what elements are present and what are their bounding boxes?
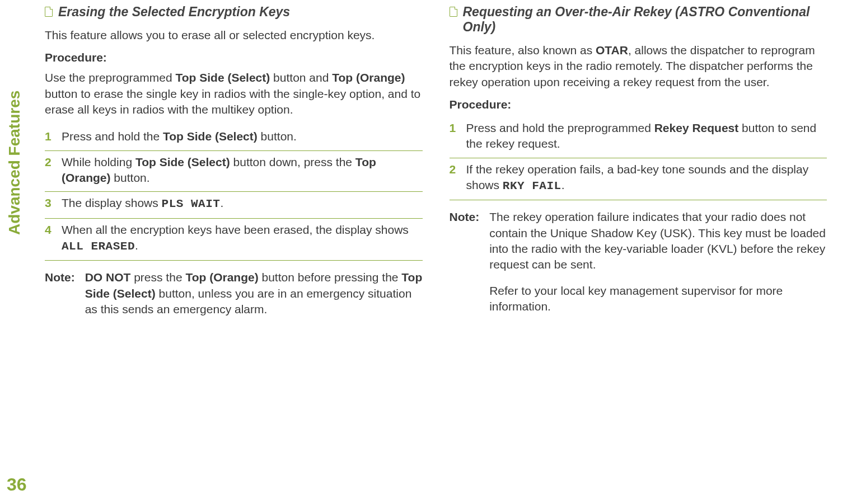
text: Press and hold the preprogrammed (466, 121, 654, 134)
right-column: Requesting an Over-the-Air Rekey (ASTRO … (450, 4, 827, 317)
text: This feature, also known as (450, 44, 596, 56)
text: button. (111, 171, 150, 184)
text: . (561, 178, 565, 191)
note-label: Note: (450, 209, 480, 225)
right-section-title: Requesting an Over-the-Air Rekey (ASTRO … (450, 4, 827, 35)
step-text: Press and hold the Top Side (Select) but… (62, 129, 423, 144)
text: button. (258, 130, 297, 143)
display-code: RKY FAIL (503, 180, 561, 192)
step-text: Press and hold the preprogrammed Rekey R… (466, 120, 827, 152)
bold-text: OTAR (596, 44, 628, 56)
text: button down, press the (230, 156, 355, 168)
bold-text: Rekey Request (654, 121, 739, 134)
page-number: 36 (7, 474, 27, 495)
left-intro: This feature allows you to erase all or … (45, 27, 423, 43)
step-text: While holding Top Side (Select) button d… (62, 154, 423, 186)
left-title-text: Erasing the Selected Encryption Keys (58, 4, 290, 20)
bold-text: Top Side (Select) (175, 71, 270, 84)
text: button to erase the single key in radios… (45, 87, 420, 116)
left-procedure-text: Use the preprogrammed Top Side (Select) … (45, 70, 423, 117)
left-steps: 1 Press and hold the Top Side (Select) b… (45, 125, 423, 261)
right-title-text: Requesting an Over-the-Air Rekey (ASTRO … (463, 4, 827, 35)
display-code: ALL ERASED (62, 240, 135, 253)
bold-text: Top Side (Select) (135, 156, 230, 168)
two-column-layout: Erasing the Selected Encryption Keys Thi… (0, 0, 847, 328)
note-body: The rekey operation failure indicates th… (489, 209, 827, 314)
text: Use the preprogrammed (45, 71, 175, 84)
bold-text: Top (Orange) (185, 271, 258, 284)
text: button before pressing the (259, 271, 402, 284)
right-procedure-label: Procedure: (450, 98, 827, 111)
text: button and (270, 71, 332, 84)
note-body: DO NOT press the Top (Orange) button bef… (85, 270, 423, 317)
list-item: 4 When all the encryption keys have been… (45, 219, 423, 261)
step-text: If the rekey operation fails, a bad-key … (466, 162, 827, 195)
step-number: 2 (450, 162, 458, 177)
document-icon (45, 7, 53, 17)
right-note: Note: The rekey operation failure indica… (450, 209, 827, 314)
note-label: Note: (45, 270, 75, 285)
document-icon (450, 7, 457, 17)
left-section-title: Erasing the Selected Encryption Keys (45, 4, 423, 20)
step-number: 4 (45, 222, 54, 238)
list-item: 1 Press and hold the preprogrammed Rekey… (450, 117, 827, 158)
step-number: 1 (450, 120, 458, 136)
side-tab-label: Advanced Features (6, 91, 24, 235)
text: When all the encryption keys have been e… (62, 223, 409, 236)
right-steps: 1 Press and hold the preprogrammed Rekey… (450, 117, 827, 200)
bold-text: DO NOT (85, 271, 131, 284)
bold-text: Top (Orange) (332, 71, 405, 84)
step-number: 2 (45, 154, 54, 170)
step-text: When all the encryption keys have been e… (62, 222, 423, 255)
text: Press and hold the (62, 130, 163, 143)
list-item: 2 While holding Top Side (Select) button… (45, 151, 423, 192)
step-number: 1 (45, 129, 54, 144)
right-intro: This feature, also known as OTAR, allows… (450, 43, 827, 90)
text: press the (130, 271, 185, 284)
text: . (220, 196, 223, 209)
note-paragraph: The rekey operation failure indicates th… (489, 209, 827, 272)
left-procedure-label: Procedure: (45, 51, 423, 64)
note-paragraph: Refer to your local key management super… (489, 283, 827, 315)
text: . (135, 239, 138, 252)
left-column: Erasing the Selected Encryption Keys Thi… (45, 4, 423, 317)
text: While holding (62, 156, 135, 168)
bold-text: Top Side (Select) (163, 130, 258, 143)
display-code: PLS WAIT (162, 197, 221, 210)
list-item: 3 The display shows PLS WAIT. (45, 192, 423, 218)
list-item: 1 Press and hold the Top Side (Select) b… (45, 125, 423, 150)
text: The display shows (62, 196, 162, 209)
list-item: 2 If the rekey operation fails, a bad-ke… (450, 158, 827, 201)
step-text: The display shows PLS WAIT. (62, 195, 423, 212)
left-note: Note: DO NOT press the Top (Orange) butt… (45, 270, 423, 317)
step-number: 3 (45, 195, 54, 211)
